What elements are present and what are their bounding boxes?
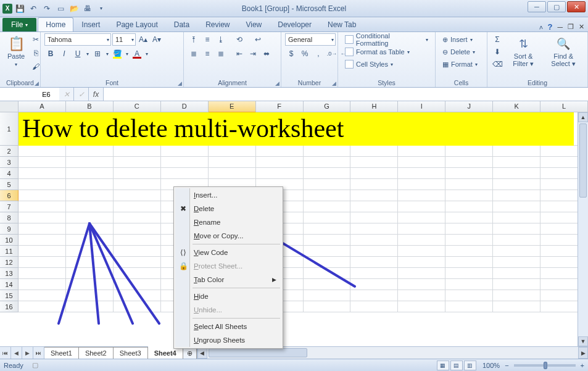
cell[interactable] (398, 157, 445, 168)
fill-color-dropdown[interactable]: ▾ (125, 48, 130, 60)
align-right-button[interactable]: ≣ (215, 48, 227, 60)
ctx-tab-color[interactable]: Tab Color▶ (175, 273, 281, 286)
cell[interactable] (398, 179, 445, 190)
cell[interactable] (19, 179, 66, 190)
cell[interactable] (304, 268, 351, 279)
copy-button[interactable]: ⎘ (30, 47, 42, 59)
delete-cells-button[interactable]: ⊖Delete▾ (439, 46, 481, 58)
cell[interactable] (304, 290, 351, 301)
vscroll-thumb[interactable] (579, 123, 587, 198)
cell[interactable] (66, 146, 114, 157)
increase-indent-button[interactable]: ⇥ (247, 48, 259, 60)
cell[interactable] (19, 279, 66, 290)
sheet-tab[interactable]: Sheet2 (79, 347, 114, 359)
col-header[interactable]: G (304, 101, 351, 112)
macro-record-icon[interactable]: ▢ (32, 361, 38, 369)
cell[interactable] (445, 212, 493, 223)
cell[interactable] (209, 146, 256, 157)
row-header[interactable]: 10 (0, 235, 19, 246)
conditional-formatting-button[interactable]: Conditional Formatting▾ (342, 33, 431, 46)
cell[interactable] (493, 290, 540, 301)
row-header[interactable]: 15 (0, 290, 19, 301)
cell[interactable] (493, 246, 540, 257)
underline-button[interactable]: U (72, 48, 84, 60)
cell[interactable] (66, 223, 114, 235)
tab-data[interactable]: Data (166, 17, 197, 31)
cell[interactable] (398, 257, 445, 268)
page-break-view-button[interactable]: ▥ (464, 361, 476, 370)
cell[interactable] (493, 146, 540, 157)
qat-save[interactable]: 💾 (14, 2, 26, 15)
hscroll-thumb[interactable] (209, 348, 307, 357)
row-header[interactable]: 14 (0, 279, 19, 290)
cell[interactable] (493, 168, 540, 179)
accounting-format-button[interactable]: $ (285, 48, 297, 60)
row-header[interactable]: 11 (0, 246, 19, 257)
cell[interactable] (493, 201, 540, 212)
cell[interactable] (114, 257, 161, 268)
font-color-dropdown[interactable]: ▾ (144, 48, 149, 60)
cell[interactable] (114, 279, 161, 290)
ctx-insert-[interactable]: Insert... (175, 188, 281, 202)
cell[interactable] (209, 168, 256, 179)
cell[interactable] (19, 190, 66, 201)
find-select-button[interactable]: 🔍 Find & Select ▾ (543, 33, 584, 69)
borders-dropdown[interactable]: ▾ (105, 48, 110, 60)
name-box[interactable]: ▾ (0, 88, 59, 101)
cell[interactable] (114, 190, 161, 201)
cell[interactable] (304, 223, 351, 235)
qat-open[interactable]: 📂 (68, 2, 80, 15)
ctx-delete[interactable]: ✖Delete (175, 202, 281, 215)
qat-redo[interactable]: ↷ (41, 2, 53, 15)
decrease-indent-button[interactable]: ⇤ (233, 48, 246, 60)
orientation-button[interactable]: ⟲ (233, 33, 246, 46)
cell[interactable] (350, 279, 398, 290)
cell[interactable] (19, 268, 66, 279)
cell[interactable] (398, 279, 445, 290)
cut-button[interactable]: ✂ (30, 33, 42, 46)
close-button[interactable]: ✕ (567, 1, 586, 12)
cell[interactable] (445, 157, 493, 168)
cell[interactable] (445, 257, 493, 268)
fill-color-button[interactable]: 🪣 (111, 48, 123, 60)
qat-quickprint[interactable]: 🖶 (81, 2, 94, 15)
cell[interactable] (304, 212, 351, 223)
cell[interactable] (493, 257, 540, 268)
cell[interactable] (350, 223, 398, 235)
cell[interactable] (350, 301, 398, 312)
cell[interactable] (350, 268, 398, 279)
cell[interactable] (161, 168, 209, 179)
autosum-button[interactable]: Σ (491, 33, 503, 46)
scroll-up-button[interactable]: ▲ (578, 112, 588, 122)
cell[interactable] (114, 235, 161, 246)
cell[interactable] (19, 223, 66, 235)
cell[interactable] (256, 157, 304, 168)
page-layout-view-button[interactable]: ▤ (450, 361, 463, 370)
cell[interactable] (350, 246, 398, 257)
cell[interactable] (114, 301, 161, 312)
cell[interactable] (493, 301, 540, 312)
cell[interactable] (19, 201, 66, 212)
cell[interactable] (114, 290, 161, 301)
paste-button[interactable]: 📋 Paste▾ (4, 33, 28, 70)
cell[interactable] (304, 257, 351, 268)
cell[interactable] (19, 212, 66, 223)
hscroll-right[interactable]: ▶ (578, 347, 588, 359)
cell[interactable] (493, 190, 540, 201)
cell-styles-button[interactable]: Cell Styles▾ (342, 58, 431, 70)
cell[interactable] (350, 201, 398, 212)
qat-more[interactable]: ▾ (95, 2, 107, 15)
cell[interactable] (350, 235, 398, 246)
clear-button[interactable]: ⌫ (491, 58, 503, 70)
vertical-scrollbar[interactable]: ▲ ▼ (578, 112, 588, 346)
cell[interactable] (398, 301, 445, 312)
ctx-view-code[interactable]: ⟨⟩View Code (175, 246, 281, 259)
cell[interactable] (19, 290, 66, 301)
cell[interactable] (66, 279, 114, 290)
cell[interactable] (304, 301, 351, 312)
cell[interactable] (493, 279, 540, 290)
cell[interactable] (114, 179, 161, 190)
percent-format-button[interactable]: % (299, 48, 311, 60)
underline-dropdown[interactable]: ▾ (85, 48, 90, 60)
cell[interactable] (350, 168, 398, 179)
